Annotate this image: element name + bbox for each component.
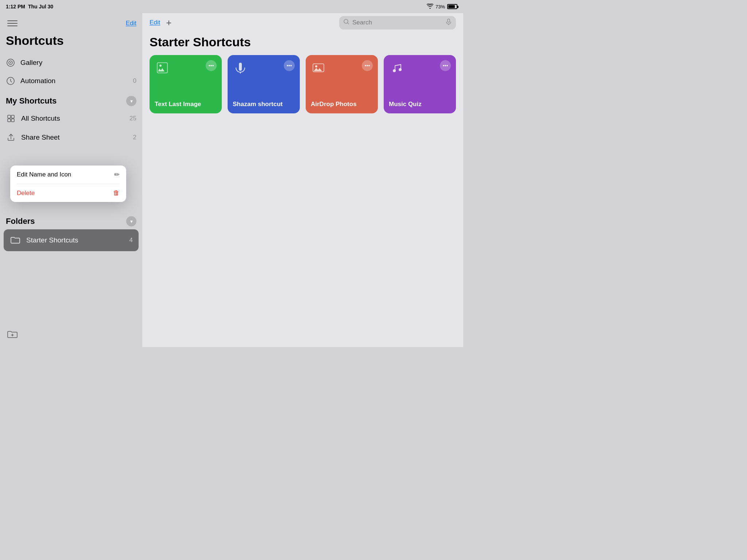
all-shortcuts-count: 25: [129, 115, 136, 122]
sidebar-item-starter-shortcuts[interactable]: Starter Shortcuts 4: [4, 229, 139, 251]
text-last-image-label: Text Last Image: [155, 100, 217, 108]
share-sheet-label: Share Sheet: [21, 133, 128, 141]
main-page-title: Starter Shortcuts: [142, 32, 463, 55]
shortcut-card-airdrop-photos[interactable]: ••• AirDrop Photos: [306, 55, 378, 113]
sidebar-top-bar: Edit: [0, 13, 142, 32]
shazam-label: Shazam shortcut: [233, 100, 295, 108]
sidebar-item-share-sheet[interactable]: Share Sheet 2: [0, 128, 142, 147]
svg-point-11: [159, 65, 162, 67]
automation-icon: [6, 76, 15, 86]
main-add-button[interactable]: +: [166, 18, 171, 27]
main-content: Edit +: [142, 13, 463, 347]
automation-count: 0: [133, 77, 136, 85]
svg-rect-4: [8, 115, 11, 118]
svg-rect-6: [8, 119, 11, 122]
sidebar-item-gallery[interactable]: Gallery: [0, 54, 142, 72]
sidebar-item-automation[interactable]: Automation 0: [0, 72, 142, 90]
main-top-left: Edit +: [150, 18, 171, 27]
card-top-music-quiz: •••: [389, 60, 451, 75]
trash-icon: 🗑: [113, 189, 120, 197]
battery-icon: [447, 4, 457, 9]
svg-point-16: [399, 68, 402, 71]
music-quiz-icon: [389, 60, 404, 75]
mic-button[interactable]: [446, 19, 452, 27]
shortcut-card-text-last-image[interactable]: ••• Text Last Image: [150, 55, 222, 113]
sidebar-bottom: [6, 328, 19, 341]
pencil-icon: ✏: [114, 171, 120, 179]
status-bar: 1:12 PM Thu Jul 30 73%: [0, 0, 463, 13]
folders-title: Folders: [6, 217, 35, 226]
search-icon: [344, 19, 349, 26]
starter-shortcuts-folder-icon: [9, 234, 21, 246]
all-shortcuts-icon: [6, 113, 16, 124]
airdrop-photos-icon: [311, 60, 326, 75]
starter-shortcuts-count: 4: [129, 237, 133, 244]
sidebar: Edit Shortcuts Gallery Automatio: [0, 13, 142, 347]
search-input[interactable]: [352, 19, 443, 26]
my-shortcuts-chevron[interactable]: ▾: [126, 96, 136, 106]
starter-shortcuts-label: Starter Shortcuts: [26, 236, 124, 244]
svg-point-14: [315, 65, 317, 67]
sidebar-edit-button[interactable]: Edit: [126, 20, 136, 27]
folders-header: Folders ▾: [0, 213, 142, 229]
shazam-icon: [233, 60, 248, 75]
all-shortcuts-label: All Shortcuts: [21, 114, 124, 122]
my-shortcuts-header: My Shortcuts ▾: [0, 90, 142, 109]
sidebar-toggle-button[interactable]: [6, 18, 19, 28]
text-last-image-more-button[interactable]: •••: [206, 60, 217, 71]
card-top-shazam: •••: [233, 60, 295, 75]
my-shortcuts-title: My Shortcuts: [6, 96, 57, 106]
music-quiz-more-button[interactable]: •••: [440, 60, 451, 71]
context-menu-delete[interactable]: Delete 🗑: [10, 184, 126, 202]
sidebar-title: Shortcuts: [0, 32, 142, 54]
svg-rect-9: [448, 19, 450, 22]
card-top-airdrop-photos: •••: [311, 60, 373, 75]
context-menu: Edit Name and Icon ✏ Delete 🗑: [10, 166, 126, 202]
gallery-label: Gallery: [20, 59, 136, 67]
shortcuts-grid: ••• Text Last Image ••• Shazam s: [142, 55, 463, 113]
music-quiz-label: Music Quiz: [389, 100, 451, 108]
sidebar-item-all-shortcuts[interactable]: All Shortcuts 25: [0, 109, 142, 128]
sidebar-toggle-icon: [7, 19, 18, 27]
card-top-text-last-image: •••: [155, 60, 217, 75]
status-time: 1:12 PM: [6, 4, 25, 9]
shortcut-card-music-quiz[interactable]: ••• Music Quiz: [384, 55, 456, 113]
share-sheet-icon: [6, 132, 16, 143]
airdrop-photos-more-button[interactable]: •••: [362, 60, 373, 71]
text-last-image-icon: [155, 60, 170, 75]
svg-point-15: [393, 69, 396, 72]
battery-percent: 73%: [436, 4, 445, 9]
wifi-icon: [427, 4, 433, 10]
main-top-bar: Edit +: [142, 13, 463, 32]
share-sheet-count: 2: [133, 134, 136, 141]
main-edit-button[interactable]: Edit: [150, 19, 160, 26]
folders-chevron[interactable]: ▾: [126, 216, 136, 226]
search-bar: [339, 16, 456, 30]
delete-label: Delete: [17, 190, 35, 197]
edit-name-icon-label: Edit Name and Icon: [17, 171, 71, 178]
automation-label: Automation: [20, 77, 128, 85]
shortcut-card-shazam[interactable]: ••• Shazam shortcut: [228, 55, 300, 113]
svg-rect-12: [239, 63, 242, 71]
shazam-more-button[interactable]: •••: [284, 60, 295, 71]
gallery-icon: [6, 58, 15, 67]
context-menu-edit-name-icon[interactable]: Edit Name and Icon ✏: [10, 166, 126, 184]
app-container: Edit Shortcuts Gallery Automatio: [0, 13, 463, 347]
svg-rect-7: [11, 119, 14, 122]
add-folder-button[interactable]: [6, 328, 19, 341]
status-date: Thu Jul 30: [28, 4, 53, 9]
airdrop-photos-label: AirDrop Photos: [311, 100, 373, 108]
svg-point-2: [10, 62, 11, 63]
svg-rect-5: [11, 115, 14, 118]
